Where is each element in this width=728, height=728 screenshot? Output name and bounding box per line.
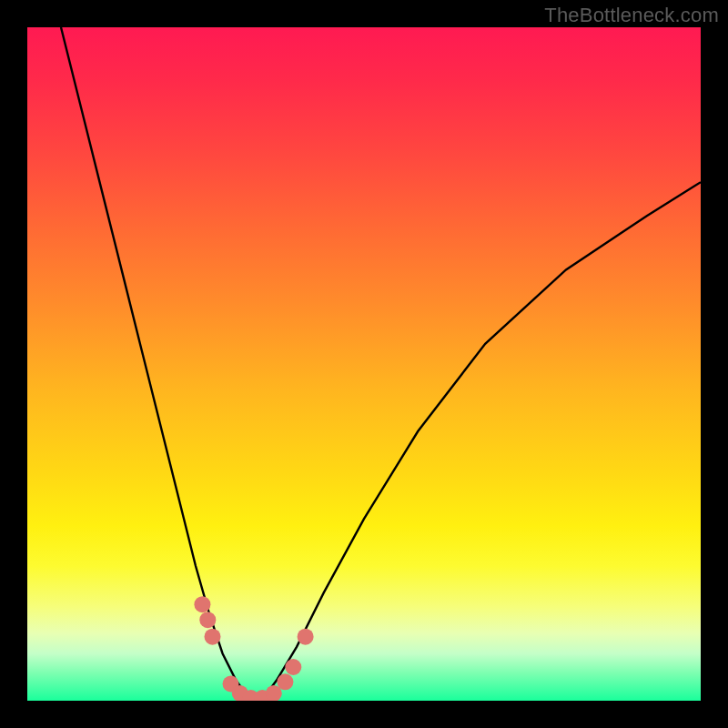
chart-svg	[27, 27, 701, 701]
marker-cluster-left-low	[205, 629, 221, 645]
marker-cluster-left-mid	[199, 612, 216, 628]
chart-frame: TheBottleneck.com	[0, 0, 728, 728]
watermark-text: TheBottleneck.com	[544, 4, 719, 27]
marker-right-start	[298, 629, 314, 645]
marker-trough-g	[285, 659, 301, 675]
marker-trough-f	[277, 673, 293, 690]
marker-cluster-left-upper	[194, 596, 210, 612]
plot-area	[27, 27, 701, 701]
bottleneck-curve	[61, 27, 701, 697]
